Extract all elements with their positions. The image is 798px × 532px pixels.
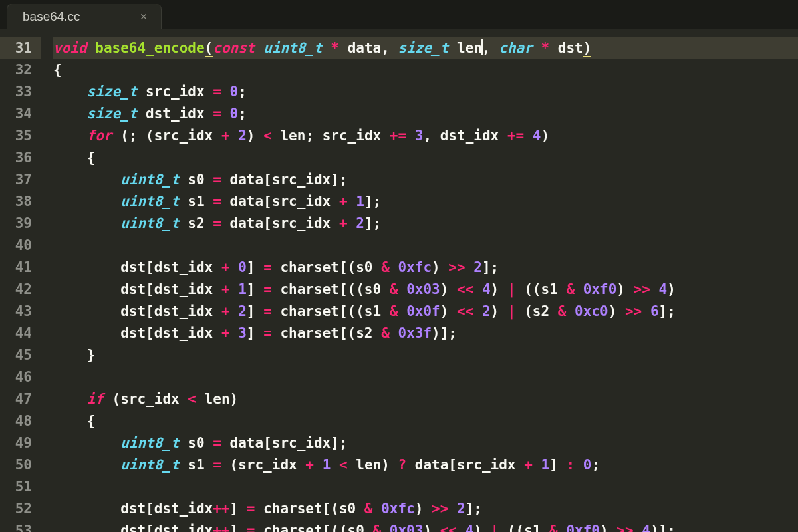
token-num: 0xf0 — [566, 523, 600, 532]
code-line[interactable]: dst[dst_idx + 3] = charset[(s2 & 0x3f)]; — [53, 323, 798, 344]
token-pn — [230, 128, 239, 144]
token-pn — [575, 281, 583, 297]
token-pn — [373, 501, 382, 517]
token-num: 0x03 — [406, 281, 440, 297]
code-line[interactable]: uint8_t s0 = data[src_idx]; — [53, 169, 798, 191]
token-pn: ]; — [659, 303, 676, 319]
token-op: & — [566, 281, 575, 297]
token-num: 4 — [659, 281, 668, 297]
token-pn: data[src_idx — [221, 215, 339, 231]
token-kw: void — [53, 40, 87, 56]
token-op: + — [221, 281, 230, 297]
token-num: 0 — [230, 106, 239, 122]
token-pn — [230, 259, 239, 275]
token-op: * — [331, 40, 339, 56]
code-line[interactable]: dst[dst_idx + 1] = charset[((s0 & 0x03) … — [53, 279, 798, 301]
token-op: = — [213, 106, 221, 122]
token-pn: , — [381, 40, 398, 56]
code-line[interactable]: { — [53, 410, 798, 432]
line-number: 48 — [0, 410, 41, 432]
token-pn: ) — [541, 128, 549, 144]
token-num: 0 — [238, 259, 247, 275]
token-pn — [339, 40, 348, 56]
token-pn: ; — [238, 84, 247, 100]
token-ty: uint8_t — [263, 40, 323, 56]
line-number: 41 — [0, 257, 41, 279]
code-line[interactable]: uint8_t s2 = data[src_idx + 2]; — [53, 213, 798, 235]
token-pn: (s2 — [516, 303, 558, 319]
token-op: >> — [432, 501, 448, 517]
code-line[interactable] — [53, 366, 798, 388]
code-area[interactable]: void base64_encode(const uint8_t * data,… — [41, 29, 798, 532]
token-pn — [473, 303, 482, 319]
token-pn: ) — [600, 523, 616, 532]
code-line[interactable]: dst[dst_idx++] = charset[((s0 & 0x03) <<… — [53, 520, 798, 532]
code-line[interactable] — [53, 235, 798, 257]
code-line[interactable]: uint8_t s1 = data[src_idx + 1]; — [53, 191, 798, 213]
line-number: 37 — [0, 169, 41, 191]
tab-filename: base64.cc — [23, 9, 80, 24]
line-number: 43 — [0, 301, 41, 323]
token-id: data — [348, 40, 382, 56]
token-pn: charset[((s0 — [255, 523, 372, 532]
token-pn: ) — [491, 281, 507, 297]
code-line[interactable]: for (; (src_idx + 2) < len; src_idx += 3… — [53, 125, 798, 147]
code-line[interactable]: size_t src_idx = 0; — [53, 81, 798, 103]
token-num: 0 — [230, 84, 239, 100]
code-line[interactable]: void base64_encode(const uint8_t * data,… — [53, 37, 798, 59]
token-id: dst_idx — [137, 106, 213, 122]
token-pn — [348, 194, 356, 209]
token-pn: } — [53, 347, 95, 363]
token-op: + — [221, 259, 230, 275]
code-line[interactable]: dst[dst_idx + 2] = charset[((s1 & 0x0f) … — [53, 301, 798, 323]
token-num: 1 — [323, 457, 331, 473]
token-ty: uint8_t — [120, 457, 180, 473]
code-line[interactable] — [53, 476, 798, 498]
token-pn: (src_idx — [104, 391, 188, 407]
token-kw: if — [87, 391, 104, 407]
code-line[interactable]: { — [53, 147, 798, 169]
code-line[interactable]: uint8_t s0 = data[src_idx]; — [53, 432, 798, 454]
token-ty: uint8_t — [120, 172, 180, 188]
token-pn — [390, 325, 398, 341]
tab-active[interactable]: base64.cc × — [7, 4, 162, 29]
token-op: & — [390, 303, 398, 319]
token-op: = — [263, 303, 272, 319]
token-pn: data[src_idx]; — [221, 435, 348, 451]
token-pn: ) — [423, 523, 440, 532]
token-pn — [533, 40, 541, 56]
token-op: & — [364, 501, 373, 517]
token-pn: charset[(s0 — [255, 501, 364, 517]
close-icon[interactable]: × — [140, 11, 148, 23]
code-line[interactable]: dst[dst_idx++] = charset[(s0 & 0xfc) >> … — [53, 498, 798, 520]
token-num: 0xfc — [381, 501, 415, 517]
token-pn: { — [53, 413, 95, 429]
token-pn: ]; — [466, 501, 482, 517]
token-pn: charset[(s2 — [272, 325, 381, 341]
code-line[interactable]: } — [53, 344, 798, 366]
code-line[interactable]: { — [53, 59, 798, 81]
token-pn: ) — [667, 281, 676, 297]
token-ty: uint8_t — [120, 194, 180, 209]
token-pn — [53, 106, 87, 122]
token-pn — [406, 128, 415, 144]
line-number: 47 — [0, 388, 41, 410]
token-pn: ) — [616, 281, 633, 297]
token-pn: ] — [230, 523, 247, 532]
token-pn: )]; — [432, 325, 457, 341]
token-pn: { — [53, 150, 95, 166]
line-number: 32 — [0, 59, 41, 81]
code-line[interactable]: if (src_idx < len) — [53, 388, 798, 410]
code-line[interactable]: dst[dst_idx + 0] = charset[(s0 & 0xfc) >… — [53, 257, 798, 279]
token-num: 2 — [482, 303, 491, 319]
code-line[interactable]: uint8_t s1 = (src_idx + 1 < len) ? data[… — [53, 454, 798, 476]
token-op: < — [339, 457, 348, 473]
token-pn: dst[dst_idx — [53, 325, 221, 341]
token-pn: charset[((s0 — [272, 281, 390, 297]
token-pn — [230, 281, 239, 297]
token-id: src_idx — [137, 84, 213, 100]
token-pn — [53, 435, 120, 451]
token-op: = — [213, 435, 221, 451]
code-line[interactable]: size_t dst_idx = 0; — [53, 103, 798, 125]
token-pn — [314, 457, 323, 473]
